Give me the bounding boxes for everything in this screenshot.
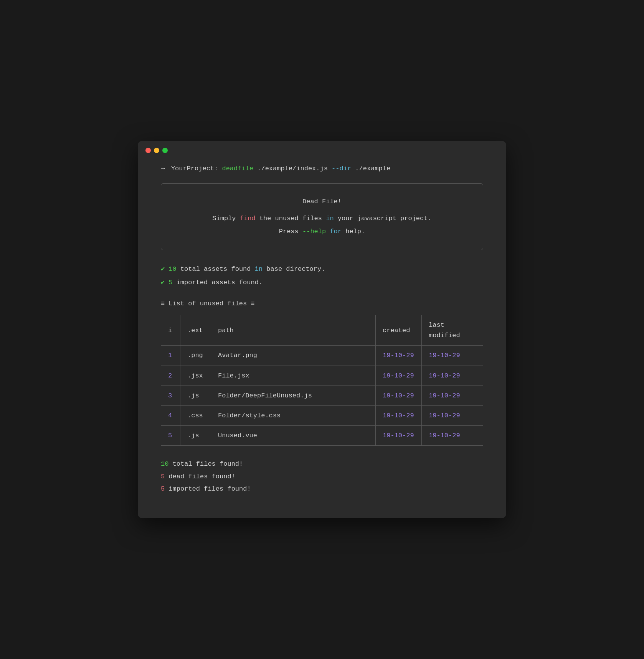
banner-help: --help [302,228,326,235]
summary-section: ✔ 10 total assets found in base director… [161,264,483,288]
banner-title: Dead File! [184,195,460,208]
footer-total: 10 total files found! [161,458,483,470]
files-table: i .ext path created last modified 1 .png… [161,315,483,446]
summary-line2: ✔ 5 imported assets found. [161,277,483,288]
table-row: 1 .png Avatar.png 19-10-29 19-10-29 [161,346,483,366]
row-index: 4 [161,406,180,426]
banner-press: Press [279,228,302,235]
col-header-path: path [211,315,376,346]
banner-title-text: Dead File! [302,198,342,205]
banner-for: for [330,228,342,235]
row-ext: .css [180,406,211,426]
table-header-row: i .ext path created last modified [161,315,483,346]
terminal-content: → YourProject: deadfile ./example/index.… [138,159,506,503]
table-row: 5 .js Unused.vue 19-10-29 19-10-29 [161,426,483,446]
row-path: Avatar.png [211,346,376,366]
footer-dead: 5 dead files found! [161,471,483,483]
footer-imported: 5 imported files found! [161,483,483,495]
footer-total-label: total files found! [168,460,243,468]
summary-line1-mid: total assets found [177,265,255,273]
row-modified: 19-10-29 [422,366,483,386]
summary-line1-text: 10 total assets found in base directory. [168,264,325,274]
row-index: 1 [161,346,180,366]
summary-in: in [255,265,263,273]
check-icon-1: ✔ [161,264,165,274]
close-button[interactable] [145,148,151,153]
col-header-modified: last modified [422,315,483,346]
footer-total-count: 10 [161,460,168,468]
total-assets-count: 10 [168,265,176,273]
row-path: File.jsx [211,366,376,386]
banner-line2-post: help. [342,228,365,235]
terminal-window: → YourProject: deadfile ./example/index.… [138,141,506,519]
summary-line1-post: base directory. [263,265,325,273]
banner-in: in [326,215,334,222]
table-row: 4 .css Folder/style.css 19-10-29 19-10-2… [161,406,483,426]
footer-imported-label: imported files found! [165,485,251,493]
row-index: 5 [161,426,180,446]
banner-line1: Simply find the unused files in your jav… [184,212,460,225]
project-prefix: YourProject: [171,165,218,172]
row-index: 2 [161,366,180,386]
row-ext: .png [180,346,211,366]
row-index: 3 [161,386,180,405]
minimize-button[interactable] [154,148,159,153]
col-header-created: created [376,315,422,346]
imported-assets-count: 5 [168,279,172,286]
maximize-button[interactable] [162,148,168,153]
footer-imported-count: 5 [161,485,165,493]
footer-dead-label: dead files found! [165,473,235,480]
banner-line1-mid: the unused files [256,215,326,222]
row-path: Folder/DeepFileUnused.js [211,386,376,405]
footer-section: 10 total files found! 5 dead files found… [161,458,483,495]
row-path: Unused.vue [211,426,376,446]
col-header-ext: .ext [180,315,211,346]
row-created: 19-10-29 [376,426,422,446]
row-created: 19-10-29 [376,386,422,405]
equals-left-icon: ≡ [161,298,165,309]
row-ext: .js [180,426,211,446]
flag-text: --dir [332,165,351,172]
banner-line2: Press --help for help. [184,225,460,238]
table-header-label: ≡ List of unused files ≡ [161,298,483,309]
summary-line1: ✔ 10 total assets found in base director… [161,264,483,274]
banner-line1-post: your javascript project. [334,215,432,222]
row-ext: .jsx [180,366,211,386]
check-icon-2: ✔ [161,277,165,288]
equals-right-icon: ≡ [251,298,254,309]
summary-line2-label: imported assets found. [172,279,263,286]
tool-name: deadfile [222,165,253,172]
row-created: 19-10-29 [376,346,422,366]
list-label: List of unused files [168,298,247,309]
row-created: 19-10-29 [376,406,422,426]
command-line: → YourProject: deadfile ./example/index.… [161,163,483,174]
row-ext: .js [180,386,211,405]
row-modified: 19-10-29 [422,426,483,446]
row-modified: 19-10-29 [422,346,483,366]
banner-find: find [240,215,256,222]
command-text: YourProject: deadfile ./example/index.js… [171,163,390,174]
banner-box: Dead File! Simply find the unused files … [161,183,483,250]
footer-dead-count: 5 [161,473,165,480]
table-row: 2 .jsx File.jsx 19-10-29 19-10-29 [161,366,483,386]
titlebar [138,141,506,159]
row-modified: 19-10-29 [422,406,483,426]
row-created: 19-10-29 [376,366,422,386]
row-path: Folder/style.css [211,406,376,426]
table-row: 3 .js Folder/DeepFileUnused.js 19-10-29 … [161,386,483,405]
banner-line1-pre: Simply [212,215,239,222]
summary-line2-text: 5 imported assets found. [168,277,263,288]
arrow-icon: → [161,163,165,174]
row-modified: 19-10-29 [422,386,483,405]
col-header-i: i [161,315,180,346]
